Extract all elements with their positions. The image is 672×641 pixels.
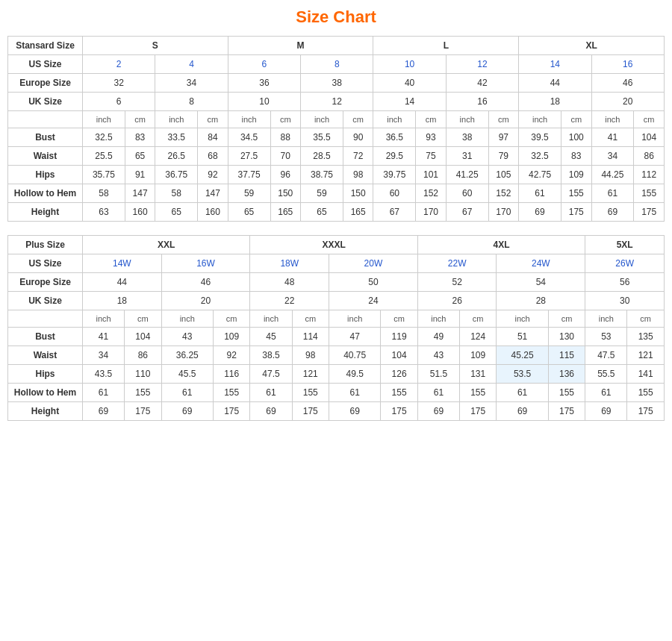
waist-8: 29.5: [373, 147, 416, 166]
plus-uk-20: 20: [161, 292, 250, 310]
standard-size-label: Stansard Size: [8, 37, 83, 55]
plus-hips-8: 51.5: [417, 365, 459, 384]
plus-size-section: Plus Size XXL XXXL 4XL 5XL US Size 14W 1…: [7, 235, 665, 421]
plus-unit-cm-6: cm: [627, 310, 665, 328]
uk-12: 12: [301, 93, 373, 111]
uk-10: 10: [228, 93, 300, 111]
waist-11: 79: [488, 147, 519, 166]
plus-unit-cm-5: cm: [548, 310, 585, 328]
waist-7: 72: [343, 147, 373, 166]
hollow-row: Hollow to Hem 58 147 58 147 59 150 59 15…: [8, 184, 665, 203]
plus-waist-2: 36.25: [161, 346, 213, 365]
hollow-6: 59: [301, 184, 343, 203]
hollow-8: 60: [373, 184, 416, 203]
waist-6: 28.5: [301, 147, 343, 166]
hips-13: 109: [561, 166, 591, 184]
plus-bust-6: 47: [329, 328, 381, 346]
plus-uk-26: 26: [417, 292, 497, 310]
us-size-label: US Size: [8, 55, 83, 74]
eu-38: 38: [301, 74, 373, 93]
hollow-0: 58: [83, 184, 125, 203]
height-9: 170: [416, 203, 447, 222]
height-8: 67: [373, 203, 416, 222]
hips-15: 112: [634, 166, 665, 184]
hollow-15: 155: [634, 184, 665, 203]
height-row: Height 63 160 65 160 65 165 65 165 67 17…: [8, 203, 665, 222]
bust-14: 41: [591, 128, 634, 147]
plus-height-3: 175: [213, 402, 250, 421]
us-size-6: 6: [228, 55, 300, 74]
plus-bust-3: 109: [213, 328, 250, 346]
hips-4: 37.75: [228, 166, 270, 184]
plus-waist-1: 86: [125, 346, 162, 365]
bust-15: 104: [634, 128, 665, 147]
plus-eu-44: 44: [83, 273, 162, 292]
us-size-16: 16: [591, 55, 664, 74]
unit-cm-7: cm: [634, 111, 665, 128]
plus-height-6: 69: [329, 402, 381, 421]
unit-cm-3: cm: [343, 111, 373, 128]
height-5: 165: [270, 203, 301, 222]
plus-bust-0: 41: [83, 328, 125, 346]
plus-waist-row: Waist 34 86 36.25 92 38.5 98 40.75 104 4…: [8, 346, 665, 365]
us-size-14: 14: [519, 55, 591, 74]
hollow-13: 155: [561, 184, 591, 203]
plus-height-10: 69: [497, 402, 548, 421]
uk-20: 20: [591, 93, 664, 111]
hollow-11: 152: [488, 184, 519, 203]
unit-inch-6: inch: [519, 111, 561, 128]
height-7: 165: [343, 203, 373, 222]
unit-cm-4: cm: [416, 111, 447, 128]
unit-inch-2: inch: [228, 111, 270, 128]
us-size-2: 2: [83, 55, 155, 74]
hollow-14: 61: [591, 184, 634, 203]
plus-waist-3: 92: [213, 346, 250, 365]
hips-10: 41.25: [446, 166, 488, 184]
standard-size-table: Stansard Size S M L XL US Size 2 4 6 8 1…: [7, 36, 665, 222]
plus-unit-inch-0: inch: [83, 310, 125, 328]
plus-us-size-label: US Size: [8, 254, 83, 273]
plus-hips-7: 126: [381, 365, 418, 384]
waist-1: 65: [125, 147, 155, 166]
hollow-label: Hollow to Hem: [8, 184, 83, 203]
eu-36: 36: [228, 74, 300, 93]
plus-eu-52: 52: [417, 273, 497, 292]
hollow-5: 150: [270, 184, 301, 203]
plus-height-13: 175: [627, 402, 665, 421]
us-size-4: 4: [155, 55, 228, 74]
hollow-1: 147: [125, 184, 155, 203]
s-header: S: [83, 37, 228, 55]
height-6: 65: [301, 203, 343, 222]
hips-1: 91: [125, 166, 155, 184]
unit-inch-7: inch: [591, 111, 634, 128]
hips-7: 98: [343, 166, 373, 184]
eu-32: 32: [83, 74, 155, 93]
eu-40: 40: [373, 74, 446, 93]
height-11: 170: [488, 203, 519, 222]
unit-inch-5: inch: [446, 111, 488, 128]
height-4: 65: [228, 203, 270, 222]
fourxl-header: 4XL: [417, 236, 585, 254]
hollow-12: 61: [519, 184, 561, 203]
bust-8: 36.5: [373, 128, 416, 147]
plus-bust-label: Bust: [8, 328, 83, 346]
unit-inch-1: inch: [155, 111, 198, 128]
plus-bust-13: 135: [627, 328, 665, 346]
m-header: M: [228, 37, 373, 55]
bust-0: 32.5: [83, 128, 125, 147]
height-1: 160: [125, 203, 155, 222]
bust-3: 84: [198, 128, 228, 147]
plus-hollow-4: 61: [250, 384, 292, 402]
uk-8: 8: [155, 93, 228, 111]
plus-us-16w: 16W: [161, 254, 250, 273]
uk-14: 14: [373, 93, 446, 111]
unit-inch-0: inch: [83, 111, 125, 128]
uk-18: 18: [519, 93, 591, 111]
height-2: 65: [155, 203, 198, 222]
plus-europe-label: Europe Size: [8, 273, 83, 292]
plus-bust-11: 130: [548, 328, 585, 346]
plus-waist-4: 38.5: [250, 346, 292, 365]
plus-hollow-6: 61: [329, 384, 381, 402]
bust-row: Bust 32.5 83 33.5 84 34.5 88 35.5 90 36.…: [8, 128, 665, 147]
bust-10: 38: [446, 128, 488, 147]
